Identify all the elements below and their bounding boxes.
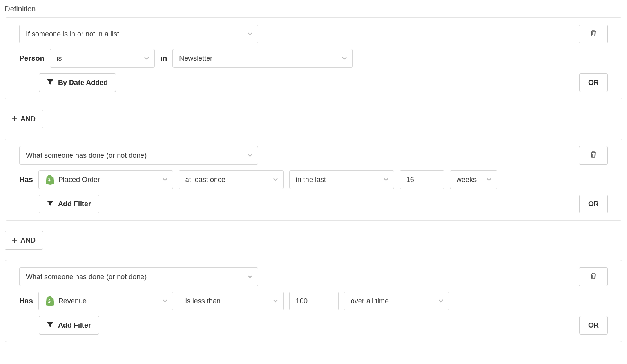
filter-icon [47,321,53,330]
chevron-down-icon [439,299,443,303]
chevron-down-icon [273,299,278,303]
and-button[interactable]: AND [5,231,43,250]
or-label: OR [588,200,599,208]
trash-icon [590,151,596,160]
operator-value: is [56,54,62,63]
and-button[interactable]: AND [5,110,43,128]
frequency-value: at least once [185,176,225,184]
event-select[interactable]: Revenue [38,292,173,310]
delete-button[interactable] [579,146,608,165]
range-value: over all time [351,297,389,305]
connector-line [27,99,27,110]
plus-icon [12,236,17,245]
shopify-icon [45,175,54,185]
frequency-select[interactable]: at least once [179,170,284,189]
page-title: Definition [5,5,622,13]
chevron-down-icon [163,178,167,181]
timeframe-value: in the last [296,176,326,184]
condition-block-2: What someone has done (or not done) Has … [5,139,622,221]
comparison-select[interactable]: is less than [179,292,284,310]
chevron-down-icon [163,299,167,303]
by-date-added-button[interactable]: By Date Added [39,73,116,92]
value-input[interactable] [400,170,444,189]
event-value: Revenue [58,297,87,305]
add-filter-button[interactable]: Add Filter [39,316,99,335]
delete-button[interactable] [579,25,608,43]
condition-type-select[interactable]: What someone has done (or not done) [19,146,258,165]
in-label: in [160,54,167,63]
has-label: Has [19,175,33,184]
or-button[interactable]: OR [579,316,608,335]
value-input[interactable] [289,292,339,310]
chevron-down-icon [248,154,252,157]
condition-type-value: If someone is in or not in a list [26,30,119,38]
chevron-down-icon [487,178,491,181]
chevron-down-icon [384,178,388,181]
person-label: Person [19,54,44,63]
connector-line [27,250,27,260]
has-label: Has [19,297,33,305]
timeframe-select[interactable]: in the last [289,170,394,189]
condition-block-3: What someone has done (or not done) Has … [5,260,622,342]
filter-button-label: Add Filter [58,321,91,330]
filter-icon [47,79,53,87]
filter-button-label: Add Filter [58,200,91,208]
trash-icon [590,272,596,281]
chevron-down-icon [248,275,252,278]
add-filter-button[interactable]: Add Filter [39,195,99,213]
connector-line [27,128,27,139]
or-button[interactable]: OR [579,73,608,92]
unit-select[interactable]: weeks [450,170,497,189]
operator-select[interactable]: is [50,49,155,68]
range-select[interactable]: over all time [344,292,449,310]
chevron-down-icon [273,178,278,181]
chevron-down-icon [248,32,252,36]
event-select[interactable]: Placed Order [38,170,173,189]
list-value: Newsletter [179,54,212,63]
trash-icon [590,30,596,39]
and-label: AND [20,115,36,123]
or-button[interactable]: OR [579,195,608,213]
condition-type-select[interactable]: What someone has done (or not done) [19,267,258,286]
condition-type-select[interactable]: If someone is in or not in a list [19,25,258,43]
connector-line [27,221,27,231]
comparison-value: is less than [185,297,221,305]
list-select[interactable]: Newsletter [172,49,353,68]
filter-button-label: By Date Added [58,79,108,87]
plus-icon [12,115,17,123]
or-label: OR [588,321,599,330]
delete-button[interactable] [579,267,608,286]
chevron-down-icon [342,57,347,60]
and-label: AND [20,236,36,245]
event-value: Placed Order [58,176,100,184]
shopify-icon [45,296,54,306]
unit-value: weeks [457,176,477,184]
filter-icon [47,200,53,208]
condition-block-1: If someone is in or not in a list Person… [5,17,622,99]
chevron-down-icon [144,57,149,60]
or-label: OR [588,79,599,87]
condition-type-value: What someone has done (or not done) [26,273,147,281]
condition-type-value: What someone has done (or not done) [26,151,147,160]
